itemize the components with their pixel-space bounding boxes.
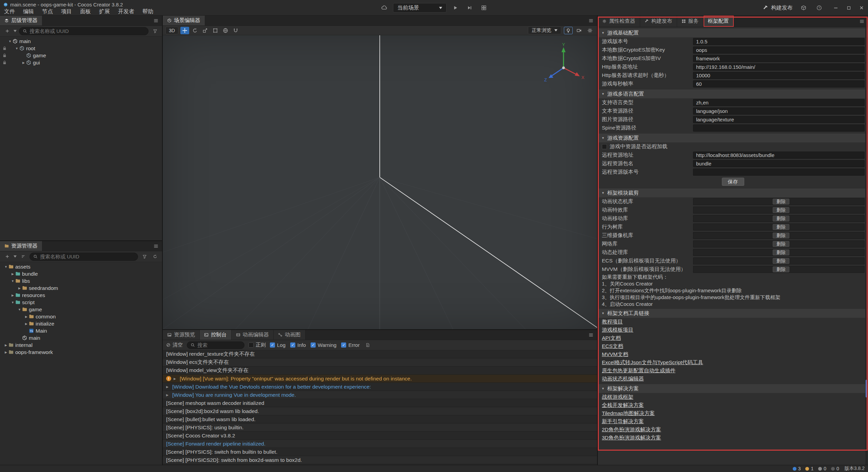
assets-node-initialize[interactable]: ▶initialize [0,320,162,327]
doc-link[interactable]: 2D角色扮演游戏解决方案 [602,426,661,433]
task-count[interactable]: 0 [831,466,839,471]
regex-checkbox[interactable] [249,342,254,348]
expand-arrow-icon[interactable]: ▶ [10,272,15,276]
gear-button[interactable] [586,27,594,34]
scene-menu-button[interactable] [585,16,597,25]
doc-link[interactable]: 教程项目 [602,318,623,326]
console-log-row-13[interactable]: [Scene] [PHYSICS2D]: switch from box2d-w… [163,456,597,464]
expand-arrow-icon[interactable]: ▶ [166,393,170,397]
field-input-图片资源路径[interactable] [693,116,865,123]
inspector-tab-服务[interactable]: 服务 [677,16,704,27]
hierarchy-node-root[interactable]: ▼root [0,45,162,52]
menu-item-1[interactable]: 编辑 [19,8,38,15]
log-count[interactable]: 3 [793,466,801,471]
expand-arrow-icon[interactable]: ▼ [10,301,15,304]
inspector-scrollbar[interactable] [865,27,868,465]
filter-Error[interactable]: ✓Error [341,342,359,348]
scene-mode-button[interactable]: 3D [165,27,178,34]
console-tab-1[interactable]: 控制台 [200,330,232,340]
menu-item-7[interactable]: 帮助 [138,8,157,15]
scrollbar-thumb[interactable] [866,380,867,397]
menu-item-0[interactable]: 文件 [0,8,19,15]
scene-editor-tab[interactable]: 场景编辑器 [163,16,205,25]
console-clear-button[interactable]: 清空 [166,342,183,348]
view-mode-dropdown[interactable]: 正常浏览 [528,26,561,34]
expand-arrow-icon[interactable]: ▼ [17,308,22,311]
delete-module-button[interactable]: 删除 [773,233,789,238]
assets-node-main[interactable]: main [0,334,162,341]
chevron-down-icon[interactable] [14,255,17,258]
menu-item-2[interactable]: 节点 [38,8,57,15]
section-header-5[interactable]: ▼框架解决方案 [598,384,868,393]
assets-search-input[interactable] [40,254,134,259]
delete-module-button[interactable]: 删除 [773,250,789,255]
hierarchy-add-button[interactable] [3,27,11,35]
scene-select-dropdown[interactable]: 当前场景 [393,3,447,13]
console-log-row-2[interactable]: [Window] model_view文件夹不存在 [163,367,597,375]
assets-node-resources[interactable]: ▶resources [0,292,162,299]
console-menu-button[interactable] [585,330,597,340]
console-tab-2[interactable]: 动画编辑器 [232,330,274,340]
console-export-button[interactable] [364,341,372,349]
menu-item-5[interactable]: 扩展 [95,8,114,15]
doc-link[interactable]: 战棋游戏框架 [602,394,633,401]
layout-button[interactable] [478,3,489,13]
doc-link[interactable]: 原生包热更新配置自动生成插件 [602,367,675,374]
console-log-row-12[interactable]: [Scene] [PHYSICS]: switch from builtin t… [163,448,597,456]
assets-tab[interactable]: 资源管理器 [0,241,42,251]
delete-module-button[interactable]: 删除 [773,241,789,247]
assets-node-script[interactable]: ▼script [0,299,162,306]
axis-gizmo[interactable]: Y X Z [541,43,586,87]
doc-link[interactable]: 游戏模板项目 [602,327,633,334]
console-tab-0[interactable]: 资源预览 [163,330,200,340]
doc-link[interactable]: 动画状态机编辑器 [602,375,644,382]
console-log-row-9[interactable]: [Scene] [PHYSICS]: using builtin. [163,424,597,432]
field-input-本地数据CryptoES加密IV[interactable] [693,55,865,62]
doc-link[interactable]: 3D角色扮演游戏解决方案 [602,434,661,441]
delete-module-button[interactable]: 删除 [773,199,789,204]
filter-Info[interactable]: ✓Info [290,342,306,348]
console-log-row-5[interactable]: ▶[Window] You are running Vue in develop… [163,391,597,399]
camera-button[interactable] [575,27,584,34]
snap-tool-button[interactable] [231,27,240,34]
hierarchy-search[interactable] [19,27,149,35]
expand-arrow-icon[interactable]: ▶ [10,294,15,297]
close-button[interactable] [855,0,868,16]
console-log-row-8[interactable]: [Scene] [bullet]:bullet wasm lib loaded. [163,415,597,424]
checkbox[interactable] [602,144,607,149]
expand-arrow-icon[interactable]: ▶ [174,377,177,380]
expand-arrow-icon[interactable]: ▶ [24,315,29,318]
doc-link[interactable]: Excel格式转Json文件与TypeScript代码工具 [602,359,703,366]
doc-link[interactable]: 新手引导解决方案 [602,418,644,425]
console-log-row-10[interactable]: [Scene] Cocos Creator v3.8.2 [163,432,597,440]
expand-arrow-icon[interactable]: ▶ [24,322,29,326]
assets-refresh-button[interactable] [151,253,159,261]
console-log-row-7[interactable]: [Scene] [box2d]:box2d wasm lib loaded. [163,407,597,415]
filter-Warning[interactable]: ✓Warning [311,342,336,348]
field-input-游戏版本号[interactable] [693,38,865,45]
console-search-input[interactable] [197,342,241,348]
checkbox[interactable]: ✓ [311,342,316,348]
expand-arrow-icon[interactable]: ▼ [10,279,15,283]
field-input-本地数据CryptoES加密Key[interactable] [693,46,865,54]
rect-tool-button[interactable] [211,27,220,34]
filter-Log[interactable]: ✓Log [270,342,285,348]
inspector-menu-button[interactable] [856,16,868,27]
rotate-tool-button[interactable] [191,27,199,34]
preview-device-button[interactable] [379,3,390,13]
field-input-远程资源版本号[interactable] [693,169,865,176]
field-input-文本资源路径[interactable] [693,107,865,115]
hierarchy-node-main[interactable]: ▼main [0,38,162,45]
minimize-button[interactable] [829,0,842,16]
expand-arrow-icon[interactable]: ▼ [7,40,13,43]
light-button[interactable] [564,27,573,34]
doc-link[interactable]: Tiledmap地图解决方案 [602,410,655,417]
menu-item-4[interactable]: 面板 [76,8,95,15]
doc-link[interactable]: API文档 [602,335,621,342]
delete-module-button[interactable]: 删除 [773,207,789,213]
assets-node-assets[interactable]: ▼assets [0,263,162,270]
checkbox[interactable]: ✓ [290,342,295,348]
console-log-row-3[interactable]: !▶[Window] [Vue warn]: Property "onInput… [163,375,597,383]
world-tool-button[interactable] [221,27,230,34]
console-log-row-4[interactable]: ▶[Window] Download the Vue Devtools exte… [163,383,597,391]
